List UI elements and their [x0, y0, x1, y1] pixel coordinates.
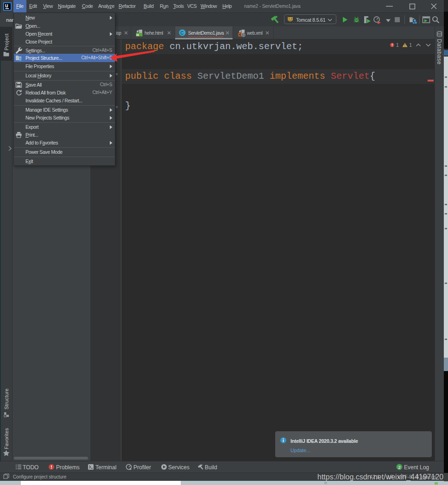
svg-text:1: 1	[410, 43, 412, 48]
svg-text:H: H	[137, 33, 139, 37]
svg-text:1: 1	[396, 43, 399, 48]
svg-text:C: C	[180, 31, 183, 36]
svg-text:2: 2	[398, 465, 400, 470]
